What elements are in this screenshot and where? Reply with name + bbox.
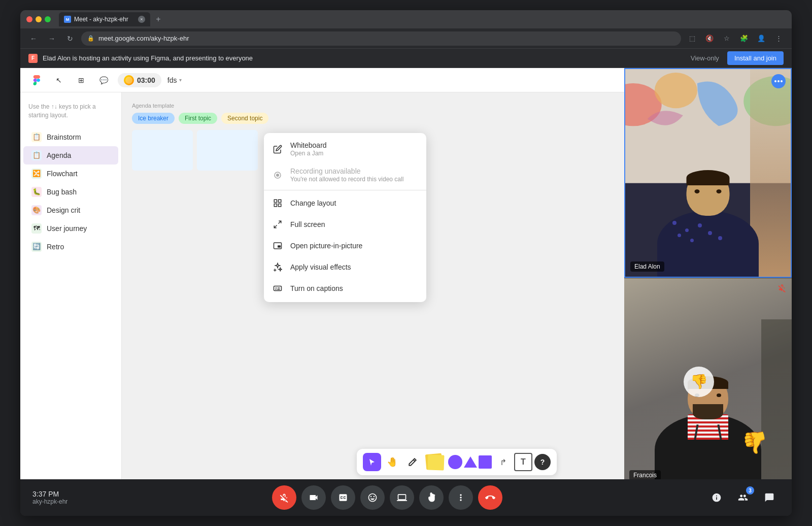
sidebar-item-bugbash[interactable]: 🐛 Bug bash [23, 183, 118, 201]
figma-logo-button[interactable] [28, 72, 45, 88]
frame-tool-button[interactable]: ⊞ [73, 72, 89, 88]
svg-point-18 [655, 73, 697, 108]
comment-tool-button[interactable]: 💬 [95, 72, 112, 88]
sidebar-item-userjourney[interactable]: 🗺 User journey [23, 219, 118, 238]
flowchart-icon: 🔀 [31, 169, 42, 179]
browser-window: M Meet - aky-hzpk-ehr × + ← → ↻ 🔒 meet.g… [20, 10, 792, 516]
profile-icon[interactable]: 👤 [754, 31, 768, 46]
menu-item-change-layout[interactable]: Change layout [264, 192, 426, 214]
sidebar-item-retro[interactable]: 🔄 Retro [23, 238, 118, 256]
chat-button[interactable] [759, 487, 780, 508]
help-button[interactable]: ? [534, 454, 551, 470]
move-tool-button[interactable]: ↖ [51, 72, 67, 88]
captions-label: Turn on captions [290, 284, 343, 292]
first-topic-tab[interactable]: First topic [179, 113, 217, 124]
designcrit-icon: 🎨 [31, 205, 42, 215]
cast-icon[interactable]: ⬚ [685, 31, 699, 46]
forward-button[interactable]: → [45, 31, 59, 46]
visual-effects-label: Apply visual effects [290, 263, 351, 271]
captions-toggle-button[interactable] [331, 485, 355, 510]
sidebar-hint: Use the ↑↓ keys to pick a starting layou… [20, 98, 121, 128]
retro-label: Retro [47, 243, 64, 251]
svg-rect-4 [274, 204, 277, 207]
sidebar-item-agenda[interactable]: 📋 Agenda [23, 146, 118, 165]
flowchart-label: Flowchart [47, 170, 78, 178]
figma-file-name[interactable]: fds ▾ [167, 76, 182, 84]
figma-bottom-toolbar: 🤚 [357, 449, 557, 475]
raise-hand-button[interactable] [419, 485, 444, 510]
menu-item-pip[interactable]: Open picture-in-picture [264, 235, 426, 256]
sidebar-item-flowchart[interactable]: 🔀 Flowchart [23, 165, 118, 183]
svg-point-1 [277, 174, 279, 176]
more-options-button[interactable] [449, 485, 473, 510]
active-tab[interactable]: M Meet - aky-hzpk-ehr × [59, 12, 150, 26]
address-bar[interactable]: 🔒 meet.google.com/aky-hzpk-ehr [81, 31, 681, 46]
pencil-tool-button[interactable] [403, 453, 422, 471]
main-content: ↖ ⊞ 💬 03:00 fds ▾ E [20, 68, 792, 485]
menu-item-visual-effects[interactable]: Apply visual effects [264, 256, 426, 278]
new-tab-button[interactable]: + [152, 13, 164, 25]
cursor-tool-button[interactable] [363, 453, 381, 471]
ice-breaker-tab[interactable]: Ice breaker [132, 113, 175, 124]
brainstorm-icon: 📋 [31, 132, 42, 142]
video-inner-elad: Elad Alon [625, 69, 791, 277]
mute-tab-icon[interactable]: 🔇 [702, 31, 717, 46]
triangle-shape [464, 456, 477, 468]
participants-button[interactable]: 3 [733, 487, 753, 508]
visual-effects-icon [272, 261, 283, 273]
svg-rect-5 [279, 204, 281, 207]
extensions-icon[interactable]: 🧩 [737, 31, 751, 46]
whiteboard-icon [272, 144, 283, 155]
install-join-button[interactable]: Install and join [727, 51, 784, 65]
second-topic-tab[interactable]: Second topic [221, 113, 268, 124]
svg-line-6 [279, 221, 281, 223]
menu-item-captions[interactable]: Turn on captions [264, 278, 426, 299]
person-elad-silhouette [647, 175, 769, 277]
userjourney-icon: 🗺 [31, 223, 42, 234]
hand-tool-button[interactable]: 🤚 [383, 453, 401, 471]
arrow-tool-button[interactable]: ↱ [494, 453, 512, 471]
userjourney-label: User journey [47, 224, 87, 233]
agenda-label: Agenda [47, 151, 71, 159]
present-button[interactable] [390, 485, 414, 510]
shapes-tool[interactable] [448, 455, 492, 469]
svg-rect-2 [274, 200, 277, 202]
refresh-button[interactable]: ↻ [63, 31, 77, 46]
meet-controls [272, 485, 502, 510]
end-call-button[interactable] [478, 485, 502, 510]
menu-icon[interactable]: ⋮ [771, 31, 786, 46]
back-button[interactable]: ← [26, 31, 41, 46]
bookmark-icon[interactable]: ☆ [720, 31, 734, 46]
menu-item-fullscreen[interactable]: Full screen [264, 214, 426, 235]
circle-shape [448, 455, 462, 469]
brainstorm-label: Brainstorm [47, 133, 81, 141]
elad-body [657, 211, 759, 277]
video-panel-elad: Elad Alon [624, 68, 792, 278]
francois-mute-icon [777, 283, 787, 294]
menu-item-whiteboard[interactable]: Whiteboard Open a Jam [264, 136, 426, 162]
thumbsdown-gesture: 👎 [740, 428, 771, 457]
mic-toggle-button[interactable] [272, 485, 296, 510]
browser-tabs: M Meet - aky-hzpk-ehr × + [59, 12, 761, 26]
sidebar-item-brainstorm[interactable]: 📋 Brainstorm [23, 128, 118, 146]
minimize-traffic-light[interactable] [36, 16, 42, 22]
notification-banner: F Elad Alon is hosting an activity using… [20, 49, 792, 68]
maximize-traffic-light[interactable] [45, 16, 51, 22]
meet-right-controls: 3 [706, 487, 780, 508]
elad-more-button[interactable] [771, 74, 786, 88]
elad-head [687, 170, 730, 216]
emoji-button[interactable] [360, 485, 385, 510]
view-only-button[interactable]: View-only [691, 54, 719, 62]
close-traffic-light[interactable] [26, 16, 32, 22]
camera-toggle-button[interactable] [301, 485, 326, 510]
thumbsdown-icon: 👎 [690, 373, 708, 390]
sticky-notes-tool[interactable] [424, 451, 446, 473]
text-tool-button[interactable]: T [514, 453, 532, 471]
hand-icon: 🤚 [387, 456, 398, 468]
sidebar-item-designcrit[interactable]: 🎨 Design crit [23, 201, 118, 219]
info-button[interactable] [706, 487, 727, 508]
tab-close-button[interactable]: × [138, 16, 145, 23]
toolbar-actions: ⬚ 🔇 ☆ 🧩 👤 ⋮ [685, 31, 786, 46]
bugbash-icon: 🐛 [31, 187, 42, 197]
figma-timer: 03:00 [118, 73, 161, 87]
